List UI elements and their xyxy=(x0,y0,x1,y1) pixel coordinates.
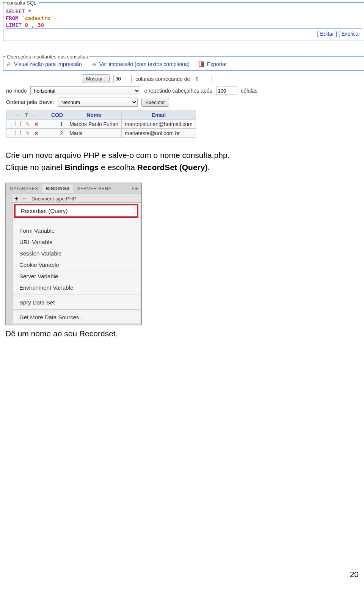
export-icon xyxy=(199,61,205,67)
bindings-panel: DATABASES BINDINGS SERVER BEHA ▾≡ + − Do… xyxy=(5,183,142,325)
sql-legend: consulta SQL: xyxy=(6,0,39,6)
operations-legend: Operações resultantes das consultas xyxy=(6,54,89,60)
sql-action-links: [ Editar ] [ Explicar xyxy=(6,28,362,38)
instruction-line-1: Crie um novo arquivo PHP e salve-o com o… xyxy=(5,149,359,161)
sql-table-name: `cadastro` xyxy=(19,15,54,21)
tab-bindings[interactable]: BINDINGS xyxy=(42,184,74,193)
tab-server-behaviors[interactable]: SERVER BEHA xyxy=(73,184,115,193)
instruction-line-2: Clique no painel Bindings e escolha Reco… xyxy=(5,161,359,173)
remove-binding-button[interactable]: − xyxy=(22,196,27,202)
result-table: ← T → COD Nome Email ✎ ✕ 1 Marcos Paulo … xyxy=(6,110,196,138)
edit-row-icon[interactable]: ✎ xyxy=(25,130,30,136)
ordenar-label: Ordenar pela chave: xyxy=(6,99,54,105)
edit-sql-link[interactable]: Editar xyxy=(320,31,334,37)
cell-cod: 2 xyxy=(48,129,66,138)
menu-item-session-variable[interactable]: Session Variable xyxy=(13,248,140,259)
print-view-link[interactable]: Visualização para impressão xyxy=(6,61,82,67)
sql-code: SELECT * FROM `cadastro` LIMIT 0 , 30 xyxy=(6,8,362,28)
menu-item-server-variable[interactable]: Server Variable xyxy=(13,270,140,282)
page-number: 20 xyxy=(0,342,364,587)
add-binding-button[interactable]: + xyxy=(14,196,19,202)
instruction-paragraph: Crie um novo arquivo PHP e salve-o com o… xyxy=(0,138,364,176)
repeat-headers-input[interactable] xyxy=(216,87,237,95)
nomodo-label: no modo xyxy=(6,88,27,94)
tab-databases[interactable]: DATABASES xyxy=(6,184,42,193)
cell-nome: Maria xyxy=(66,129,122,138)
sort-key-select[interactable]: Nenhum xyxy=(58,98,138,107)
repetindo-label: e repetindo cabeçalhos após xyxy=(144,88,212,94)
cell-email: marcopsfurlan@hotmail.com xyxy=(122,120,196,129)
explain-sql-link[interactable]: Explicar xyxy=(341,31,360,37)
cell-nome: Marcos Paulo Furlan xyxy=(66,120,122,129)
delete-row-icon[interactable]: ✕ xyxy=(34,121,39,127)
start-row-input[interactable] xyxy=(194,75,212,83)
table-row: ✎ ✕ 2 Maria mariateste@uol.com.br xyxy=(6,129,196,138)
document-type-label: Document type:PHP xyxy=(31,196,76,202)
sql-fieldset: consulta SQL: SELECT * FROM `cadastro` L… xyxy=(3,2,364,41)
cell-cod: 1 xyxy=(48,120,66,129)
delete-row-icon[interactable]: ✕ xyxy=(34,130,39,136)
executar-button[interactable]: Executar xyxy=(141,98,169,107)
print-icon xyxy=(91,61,97,67)
instruction-paragraph-2: Dê um nome ao seu Recordset. xyxy=(0,325,364,342)
panel-left-rail xyxy=(6,194,11,325)
celulas-label: células xyxy=(241,88,258,94)
sql-keyword: LIMIT xyxy=(6,22,22,28)
bindings-menu: Recordset (Query) Form Variable URL Vari… xyxy=(12,203,140,323)
print-full-link[interactable]: Ver impressão (com textos completos) xyxy=(91,61,190,67)
display-mode-select[interactable]: horizontal xyxy=(30,86,140,95)
col-nome-header[interactable]: Nome xyxy=(66,111,122,120)
row-checkbox[interactable] xyxy=(16,130,21,135)
export-link[interactable]: Exportar xyxy=(199,61,227,67)
mostrar-button[interactable]: Mostrar : xyxy=(82,74,110,83)
menu-item-environment-variable[interactable]: Environment Variable xyxy=(13,282,140,293)
print-icon xyxy=(6,61,12,67)
cell-email: mariateste@uol.com.br xyxy=(122,129,196,138)
row-checkbox[interactable] xyxy=(16,121,21,126)
menu-item-recordset[interactable]: Recordset (Query) xyxy=(14,204,138,218)
col-cod-header[interactable]: COD xyxy=(48,111,66,120)
edit-row-icon[interactable]: ✎ xyxy=(25,121,30,127)
menu-item-form-variable[interactable]: Form Variable xyxy=(13,225,140,236)
panel-menu-icon[interactable]: ▾≡ xyxy=(132,186,141,191)
menu-item-url-variable[interactable]: URL Variable xyxy=(13,236,140,248)
phpmyadmin-section: consulta SQL: SELECT * FROM `cadastro` L… xyxy=(0,0,364,138)
sql-keyword: FROM xyxy=(6,15,19,21)
col-email-header[interactable]: Email xyxy=(122,111,196,120)
table-header-row: ← T → COD Nome Email xyxy=(6,111,196,120)
menu-item-cookie-variable[interactable]: Cookie Variable xyxy=(13,259,140,270)
row-actions-header: ← T → xyxy=(6,111,48,120)
panel-tabs: DATABASES BINDINGS SERVER BEHA ▾≡ xyxy=(6,183,141,194)
query-operations-fieldset: Operações resultantes das consultas Visu… xyxy=(3,56,364,71)
result-controls: Mostrar : colunas começando de no modo h… xyxy=(3,72,364,109)
sql-keyword: SELECT xyxy=(6,8,25,14)
colunas-text: colunas começando de xyxy=(135,76,190,82)
menu-item-get-more-sources[interactable]: Get More Data Sources... xyxy=(13,311,140,323)
rows-count-input[interactable] xyxy=(113,75,132,83)
menu-item-spry-data-set[interactable]: Spry Data Set xyxy=(13,296,140,308)
panel-toolbar: + − Document type:PHP xyxy=(11,194,141,203)
table-row: ✎ ✕ 1 Marcos Paulo Furlan marcopsfurlan@… xyxy=(6,120,196,129)
